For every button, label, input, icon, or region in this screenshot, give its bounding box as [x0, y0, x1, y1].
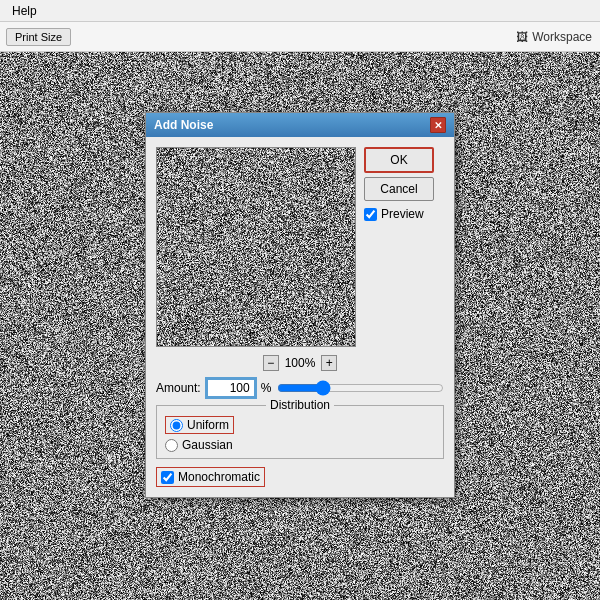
menubar: Help [0, 0, 600, 22]
gaussian-row: Gaussian [165, 438, 435, 452]
gaussian-radio[interactable] [165, 439, 178, 452]
monochromatic-label: Monochromatic [178, 470, 260, 484]
uniform-label-wrap: Uniform [165, 416, 234, 434]
workspace-label: Workspace [532, 30, 592, 44]
preview-row: OK Cancel Preview [156, 147, 444, 347]
zoom-level: 100% [285, 356, 316, 370]
dialog-overlay: Add Noise ✕ OK Cancel Preview [0, 52, 600, 600]
amount-unit: % [261, 381, 272, 395]
noise-preview [156, 147, 356, 347]
print-size-button[interactable]: Print Size [6, 28, 71, 46]
toolbar: Print Size 🖼 Workspace [0, 22, 600, 52]
distribution-group: Distribution Uniform Gaussian [156, 405, 444, 459]
dialog-titlebar: Add Noise ✕ [146, 113, 454, 137]
dialog-title: Add Noise [154, 118, 213, 132]
monochromatic-checkbox[interactable] [161, 471, 174, 484]
dialog-close-button[interactable]: ✕ [430, 117, 446, 133]
zoom-row: − 100% + [156, 355, 444, 371]
ok-button[interactable]: OK [364, 147, 434, 173]
gaussian-label: Gaussian [182, 438, 233, 452]
preview-checkbox[interactable] [364, 208, 377, 221]
dialog-content: OK Cancel Preview − 100% + Amount: % [146, 137, 454, 497]
cancel-button[interactable]: Cancel [364, 177, 434, 201]
amount-input[interactable] [207, 379, 255, 397]
uniform-radio[interactable] [170, 419, 183, 432]
buttons-col: OK Cancel Preview [364, 147, 434, 347]
zoom-in-button[interactable]: + [321, 355, 337, 371]
workspace-icon: 🖼 [516, 30, 528, 44]
uniform-label: Uniform [187, 418, 229, 432]
zoom-out-button[interactable]: − [263, 355, 279, 371]
amount-label: Amount: [156, 381, 201, 395]
uniform-row: Uniform [165, 416, 435, 434]
add-noise-dialog: Add Noise ✕ OK Cancel Preview [145, 112, 455, 498]
workspace-area: 🖼 Workspace [516, 30, 592, 44]
monochromatic-row: Monochromatic [156, 467, 265, 487]
preview-label: Preview [381, 207, 424, 221]
preview-checkbox-row: Preview [364, 207, 434, 221]
amount-row: Amount: % [156, 379, 444, 397]
amount-slider[interactable] [277, 380, 444, 396]
menu-help[interactable]: Help [4, 2, 45, 20]
distribution-legend: Distribution [266, 398, 334, 412]
